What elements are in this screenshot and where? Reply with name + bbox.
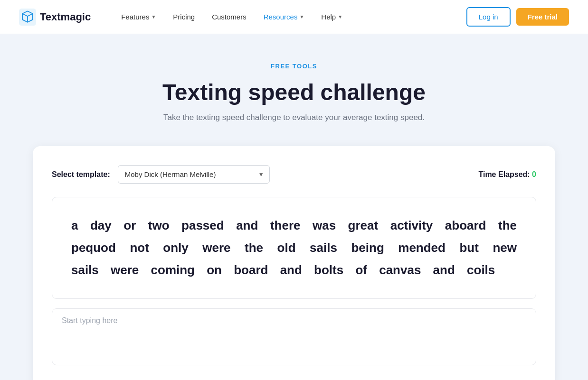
nav-item-pricing[interactable]: Pricing	[165, 9, 202, 25]
logo-text: Textmagic	[40, 11, 91, 23]
main-content: FREE TOOLS Texting speed challenge Take …	[0, 34, 588, 380]
section-tag: FREE TOOLS	[271, 63, 317, 70]
chevron-down-icon: ▼	[299, 14, 304, 19]
template-row: Select template: Moby Dick (Herman Melvi…	[52, 165, 536, 184]
template-select[interactable]: Moby Dick (Herman Melville) Alice in Won…	[118, 165, 270, 184]
typing-input[interactable]	[52, 308, 536, 365]
challenge-text: a day or two passed and there was great …	[71, 214, 517, 281]
challenge-text-display: a day or two passed and there was great …	[52, 197, 536, 298]
chevron-down-icon: ▼	[151, 14, 156, 19]
nav-item-features[interactable]: Features ▼	[114, 9, 163, 25]
time-elapsed-display: Time Elapsed: 0	[478, 170, 536, 179]
template-select-wrapper: Moby Dick (Herman Melville) Alice in Won…	[118, 165, 270, 184]
page-subtitle: Take the texting speed challenge to eval…	[163, 113, 425, 122]
navbar: Textmagic Features ▼ Pricing Customers R…	[0, 0, 588, 34]
nav-item-resources[interactable]: Resources ▼	[256, 9, 312, 25]
nav-links: Features ▼ Pricing Customers Resources ▼…	[114, 9, 466, 25]
page-title: Texting speed challenge	[162, 79, 426, 105]
tool-card: Select template: Moby Dick (Herman Melvi…	[33, 146, 555, 380]
free-trial-button[interactable]: Free trial	[516, 8, 569, 26]
nav-item-help[interactable]: Help ▼	[313, 9, 350, 25]
template-selector-group: Select template: Moby Dick (Herman Melvi…	[52, 165, 270, 184]
nav-item-customers[interactable]: Customers	[204, 9, 254, 25]
time-elapsed-value: 0	[532, 170, 536, 178]
logo[interactable]: Textmagic	[19, 9, 91, 26]
chevron-down-icon: ▼	[338, 14, 342, 19]
login-button[interactable]: Log in	[466, 7, 511, 27]
nav-actions: Log in Free trial	[466, 7, 569, 27]
template-label: Select template:	[52, 170, 110, 179]
logo-icon	[19, 9, 36, 26]
